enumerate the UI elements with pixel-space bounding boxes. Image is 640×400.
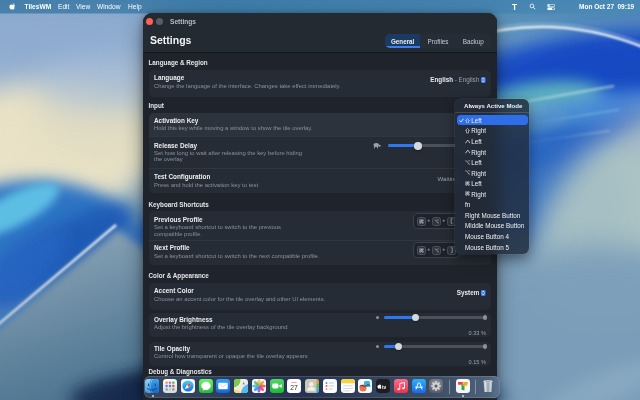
svg-text:27: 27 [291,384,299,391]
svg-text:tv: tv [382,385,387,390]
svg-text:MON: MON [292,381,298,383]
